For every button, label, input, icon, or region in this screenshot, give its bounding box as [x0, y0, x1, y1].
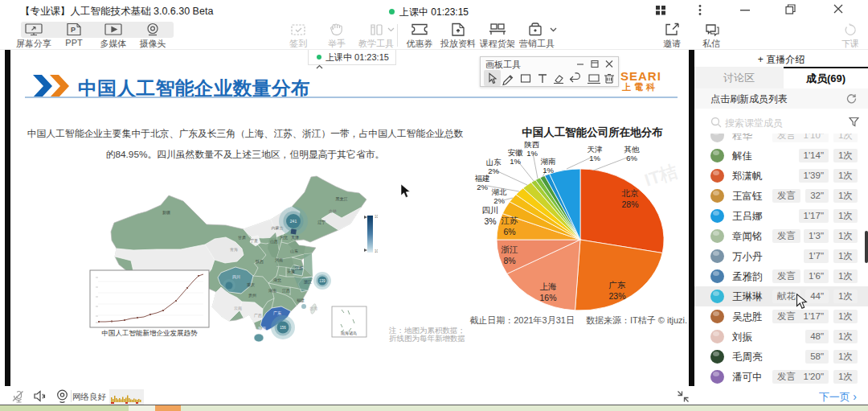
svg-text:1%: 1% [589, 154, 600, 162]
svg-text:6%: 6% [626, 154, 637, 162]
svg-text:山东: 山东 [486, 158, 502, 166]
svg-text:辽宁: 辽宁 [317, 220, 326, 224]
svg-text:吉林: 吉林 [329, 208, 337, 213]
svg-text:8%: 8% [503, 256, 515, 265]
svg-text:28%: 28% [621, 199, 638, 209]
svg-text:黑龙江: 黑龙江 [336, 196, 348, 202]
svg-text:中国人工智能公司所在地分布: 中国人工智能公司所在地分布 [522, 126, 663, 138]
svg-text:2%: 2% [477, 183, 488, 191]
svg-text:156: 156 [280, 326, 286, 330]
svg-text:100: 100 [375, 215, 378, 219]
svg-text:云南: 云南 [234, 306, 242, 310]
svg-text:上海: 上海 [540, 282, 558, 291]
svg-text:福建: 福建 [297, 298, 305, 303]
svg-text:江苏: 江苏 [295, 265, 303, 271]
svg-text:1%: 1% [542, 166, 554, 175]
svg-text:1%: 1% [526, 149, 538, 158]
svg-text:江苏: 江苏 [502, 216, 519, 225]
svg-text:广东: 广东 [609, 280, 626, 290]
svg-text:安徽: 安徽 [287, 269, 295, 274]
svg-text:2%: 2% [493, 196, 505, 205]
svg-text:广东: 广东 [273, 310, 281, 315]
svg-text:甘肃: 甘肃 [238, 235, 246, 240]
svg-text:23%: 23% [608, 291, 625, 301]
svg-text:3%: 3% [484, 216, 496, 226]
svg-text:湖南: 湖南 [541, 157, 556, 166]
svg-text:浙江: 浙江 [502, 245, 519, 254]
svg-text:16%: 16% [539, 293, 556, 302]
svg-text:河南: 河南 [275, 257, 283, 263]
svg-text:宁夏: 宁夏 [250, 238, 258, 244]
svg-text:陕西: 陕西 [525, 140, 540, 149]
svg-text:重庆: 重庆 [247, 282, 255, 287]
svg-text:湖北: 湖北 [273, 277, 281, 283]
svg-text:安徽: 安徽 [508, 148, 524, 157]
svg-text:四川: 四川 [482, 205, 499, 215]
svg-text:其他: 其他 [624, 145, 641, 154]
svg-text:天津: 天津 [291, 235, 299, 240]
svg-text:中国人工智能新增企业发展趋势: 中国人工智能新增企业发展趋势 [102, 329, 199, 337]
svg-text:IT桔: IT桔 [642, 161, 680, 191]
svg-text:浙江: 浙江 [304, 279, 312, 285]
svg-text:江西: 江西 [282, 288, 290, 294]
svg-text:山东: 山东 [290, 249, 298, 253]
svg-text:139: 139 [319, 279, 326, 283]
svg-text:截止日期：2021年3月31日 数据来源：IT桔子 © i: 截止日期：2021年3月31日 数据来源：IT桔子 © itjuzi.com [469, 315, 687, 325]
svg-text:青海: 青海 [230, 247, 238, 253]
svg-text:贵州: 贵州 [248, 293, 256, 298]
svg-text:河北: 河北 [280, 235, 288, 240]
svg-text:陕西: 陕西 [256, 259, 264, 265]
svg-text:1%: 1% [510, 157, 521, 166]
svg-text:天津: 天津 [588, 145, 604, 154]
svg-text:10: 10 [375, 249, 378, 253]
svg-text:南海诸岛: 南海诸岛 [341, 331, 357, 336]
svg-text:海南: 海南 [258, 326, 266, 331]
svg-text:P: P [71, 26, 76, 34]
svg-text:四川: 四川 [232, 274, 240, 280]
svg-text:6%: 6% [503, 227, 515, 236]
svg-text:湖南: 湖南 [268, 288, 276, 293]
svg-text:241: 241 [290, 219, 297, 224]
svg-text:山西: 山西 [270, 239, 278, 245]
svg-text:2%: 2% [488, 166, 499, 175]
svg-text:新疆: 新疆 [162, 210, 170, 215]
svg-text:广西: 广西 [254, 313, 262, 319]
svg-text:北京: 北京 [621, 188, 640, 198]
svg-text:内蒙古: 内蒙古 [272, 225, 284, 230]
svg-text:台湾: 台湾 [309, 306, 317, 311]
